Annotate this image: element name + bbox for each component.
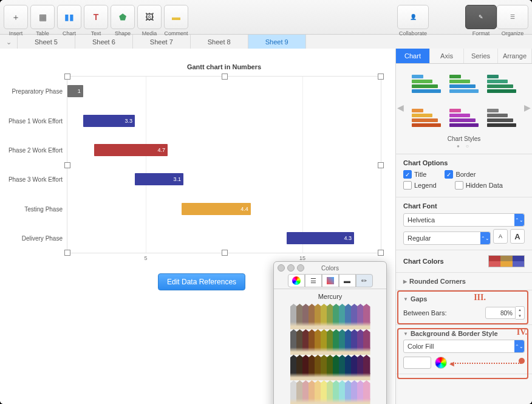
- color-picker-button[interactable]: [435, 357, 447, 369]
- pencils-icon: ✏: [361, 277, 367, 285]
- font-bigger-button[interactable]: A: [510, 229, 525, 244]
- chart-style-thumb[interactable]: [485, 103, 519, 133]
- gaps-disclosure[interactable]: ▼Gaps: [403, 295, 525, 303]
- add-sheet-button[interactable]: ⌄: [0, 35, 18, 49]
- tab-axis[interactable]: Axis: [430, 49, 464, 63]
- image-icon: ▬: [344, 277, 350, 284]
- bg-disclosure[interactable]: ▼Background & Border Style: [403, 330, 525, 337]
- between-bars-stepper[interactable]: 80% ▲▼: [485, 306, 525, 320]
- gantt-bar[interactable]: 1: [67, 85, 83, 97]
- format-sidebar: Chart Axis Series Arrange ◀ ▶ Chart Styl…: [396, 49, 532, 404]
- chart-style-thumb[interactable]: [485, 69, 519, 99]
- organize-button[interactable]: ☰Organize: [497, 5, 528, 29]
- plus-icon: ＋: [12, 13, 20, 21]
- chevron-down-icon: ▼: [403, 331, 408, 337]
- chart-style-thumb[interactable]: [409, 69, 443, 99]
- fill-type-select[interactable]: Color Fill⌃⌄: [403, 340, 525, 353]
- collaborate-icon: 👤: [410, 14, 417, 20]
- main-toolbar: ＋Insert ▦Table ▮▮Chart TText ⬟Shape 🖼Med…: [0, 0, 532, 35]
- media-button[interactable]: 🖼Media: [137, 5, 162, 29]
- collaborate-button[interactable]: 👤Collaborate: [397, 5, 429, 29]
- edit-data-references-button[interactable]: Edit Data References: [158, 273, 245, 290]
- chart-options-section: Chart Options ✓Title ✓Border Legend Hidd…: [396, 154, 532, 197]
- gantt-bar[interactable]: 3.1: [135, 173, 183, 185]
- sheet-tab[interactable]: Sheet 5: [18, 35, 75, 49]
- canvas[interactable]: Gantt chart in Numbers 515Preparatory Ph…: [0, 49, 396, 404]
- annotation-arrow: ◀: [451, 359, 525, 366]
- tab-chart[interactable]: Chart: [396, 49, 430, 63]
- rounded-corners-section[interactable]: ▶Rounded Corners: [396, 273, 532, 290]
- comment-icon: ▬: [172, 13, 180, 21]
- colors-titlebar[interactable]: Colors: [274, 262, 386, 274]
- format-button[interactable]: ✎Format: [465, 5, 497, 29]
- font-smaller-button[interactable]: A: [493, 229, 508, 244]
- chart-style-thumb[interactable]: [409, 103, 443, 133]
- colors-panel[interactable]: Colors ☰ ▬ ✏ Mercury Opacity 100%: [273, 261, 387, 404]
- sheet-tab-active[interactable]: Sheet 9: [248, 35, 306, 49]
- styles-page-dots[interactable]: ● ○: [400, 143, 528, 149]
- tab-series[interactable]: Series: [464, 49, 498, 63]
- sheet-tab[interactable]: Sheet 6: [75, 35, 133, 49]
- shape-button[interactable]: ⬟Shape: [111, 5, 135, 29]
- font-weight-select[interactable]: Regular⌃⌄: [403, 231, 491, 245]
- comment-button[interactable]: ▬Comment: [164, 5, 188, 29]
- pencil-grid[interactable]: [274, 304, 386, 404]
- styles-caption: Chart Styles: [400, 135, 528, 142]
- sheet-tab-bar: ⌄ Sheet 5 Sheet 6 Sheet 7 Sheet 8 Sheet …: [0, 35, 532, 50]
- app-window: ＋Insert ▦Table ▮▮Chart TText ⬟Shape 🖼Med…: [0, 0, 532, 404]
- category-label: Phase 2 Work Effort: [9, 146, 63, 153]
- category-label: Delivery Phase: [22, 235, 63, 241]
- chart-colors-button[interactable]: [488, 255, 525, 267]
- table-button[interactable]: ▦Table: [30, 5, 55, 29]
- gantt-bar[interactable]: 4.3: [287, 232, 354, 244]
- text-icon: T: [94, 13, 99, 21]
- sheet-tab[interactable]: Sheet 8: [191, 35, 248, 49]
- gantt-bar[interactable]: 4.7: [94, 144, 168, 156]
- font-family-select[interactable]: Helvetica⌃⌄: [403, 213, 525, 227]
- gantt-chart[interactable]: Gantt chart in Numbers 515Preparatory Ph…: [67, 76, 381, 253]
- pencil-swatch[interactable]: [363, 355, 370, 380]
- styles-prev-button[interactable]: ◀: [397, 103, 404, 112]
- title-checkbox[interactable]: ✓Title: [403, 170, 426, 179]
- color-sliders-tab[interactable]: ☰: [305, 274, 322, 287]
- pencils-tab[interactable]: ✏: [356, 274, 373, 287]
- hidden-data-checkbox[interactable]: Hidden Data: [455, 181, 503, 190]
- fill-color-well[interactable]: [403, 357, 431, 369]
- chart-button[interactable]: ▮▮Chart: [57, 5, 81, 29]
- chart-style-thumb[interactable]: [447, 103, 481, 133]
- pencil-swatch[interactable]: [363, 329, 370, 355]
- category-label: Phase 3 Work Effort: [9, 176, 63, 183]
- window-controls[interactable]: [278, 264, 304, 272]
- tab-arrange[interactable]: Arrange: [498, 49, 532, 63]
- palette-icon: [327, 277, 334, 284]
- category-label: Phase 1 Work Effort: [9, 117, 63, 124]
- color-wheel-icon: [292, 276, 301, 285]
- colors-mode-tabs: ☰ ▬ ✏: [274, 274, 386, 289]
- insert-button[interactable]: ＋Insert: [4, 5, 28, 29]
- border-checkbox[interactable]: ✓Border: [445, 170, 476, 179]
- color-wheel-tab[interactable]: [288, 274, 305, 287]
- styles-next-button[interactable]: ▶: [524, 103, 531, 112]
- section-title: Chart Colors: [403, 258, 444, 265]
- shape-icon: ⬟: [119, 13, 126, 21]
- legend-checkbox[interactable]: Legend: [403, 181, 437, 190]
- image-palettes-tab[interactable]: ▬: [339, 274, 356, 287]
- organize-icon: ☰: [510, 14, 515, 20]
- sheet-tab[interactable]: Sheet 7: [133, 35, 191, 49]
- chart-title: Gantt chart in Numbers: [67, 63, 381, 70]
- gantt-bar[interactable]: 3.3: [83, 115, 135, 127]
- sliders-icon: ☰: [310, 277, 316, 285]
- chevron-down-icon: ▼: [403, 296, 408, 302]
- pencil-swatch[interactable]: [363, 304, 370, 329]
- text-button[interactable]: TText: [84, 5, 108, 29]
- chart-style-thumb[interactable]: [447, 69, 481, 99]
- format-tab-bar: Chart Axis Series Arrange: [396, 49, 532, 64]
- chart-icon: ▮▮: [64, 13, 74, 21]
- color-palettes-tab[interactable]: [322, 274, 339, 287]
- gantt-bar[interactable]: 4.4: [182, 203, 251, 215]
- table-icon: ▦: [39, 13, 47, 21]
- background-border-section: ▼Background & Border Style Color Fill⌃⌄ …: [396, 325, 532, 374]
- selected-color-name: Mercury: [274, 289, 386, 304]
- pencil-swatch[interactable]: [363, 380, 370, 404]
- brush-icon: ✎: [479, 14, 483, 20]
